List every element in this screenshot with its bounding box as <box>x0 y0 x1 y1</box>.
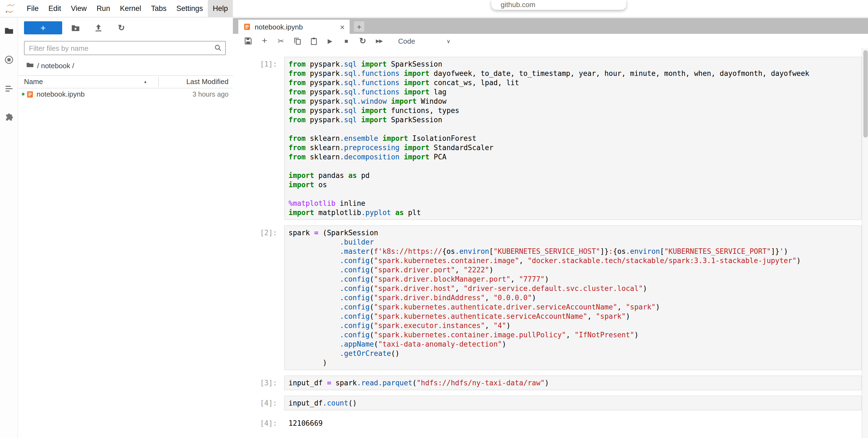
code-editor[interactable]: from pyspark.sql import SparkSession fro… <box>284 57 862 220</box>
jupyter-logo-icon <box>5 3 15 13</box>
cell-prompt: [4]: <box>233 416 284 428</box>
file-list: notebook.ipynb3 hours ago <box>18 88 233 101</box>
menu-item-help[interactable]: Help <box>208 0 233 17</box>
new-tab-button[interactable]: + <box>354 21 364 32</box>
tab-bar: notebook.ipynb × + <box>233 18 868 34</box>
cell-prompt: [3]: <box>233 376 284 387</box>
copy-cells-icon[interactable] <box>291 35 303 47</box>
plus-icon: + <box>40 23 46 32</box>
notebook-area: [1]:from pyspark.sql import SparkSession… <box>233 48 868 438</box>
search-icon <box>214 43 222 52</box>
restart-kernel-icon[interactable]: ↻ <box>357 35 369 47</box>
cell-output: 12106669 <box>284 416 862 428</box>
cell-type-dropdown[interactable]: Code ∨ <box>396 37 453 45</box>
menu-item-edit[interactable]: Edit <box>43 0 66 17</box>
notebook-cells: [1]:from pyspark.sql import SparkSession… <box>233 57 868 428</box>
scrollbar-thumb[interactable] <box>863 50 867 138</box>
file-last-modified: 3 hours ago <box>192 88 228 101</box>
close-tab-icon[interactable]: × <box>340 23 345 31</box>
notebook-code-cell: [4]:input_df.count() <box>233 396 868 410</box>
interrupt-kernel-icon[interactable]: ■ <box>340 35 352 47</box>
running-kernels-icon[interactable] <box>4 55 13 64</box>
column-header-modified[interactable]: Last Modified <box>186 76 228 88</box>
tab-title: notebook.ipynb <box>255 23 303 31</box>
file-list-header: Name ▲ Last Modified <box>18 75 233 88</box>
code-editor[interactable]: spark = (SparkSession .builder .master(f… <box>284 226 862 370</box>
jupyterlab-app: FileEditViewRunKernelTabsSettingsHelp gi… <box>0 0 868 438</box>
browser-popup: github.com <box>491 0 626 10</box>
menu-item-settings[interactable]: Settings <box>172 0 208 17</box>
file-browser-panel: + ↻ / notebook / Name ▲ Las <box>18 17 233 438</box>
insert-cell-icon[interactable]: + <box>258 35 271 47</box>
new-launcher-button[interactable]: + <box>24 21 62 34</box>
code-editor[interactable]: input_df.count() <box>284 396 862 410</box>
cell-type-value: Code <box>398 37 415 45</box>
chevron-down-icon: ∨ <box>446 38 451 44</box>
main-area: notebook.ipynb × + + ✂ ▶ ■ ↻ ▶▶ Code ∨ <box>233 18 868 438</box>
cell-prompt: [2]: <box>233 226 284 237</box>
breadcrumb-path: / notebook / <box>37 62 74 70</box>
file-modified-dot-icon <box>22 93 25 95</box>
column-header-name[interactable]: Name <box>24 76 43 88</box>
filter-box <box>24 41 226 55</box>
restart-run-all-icon[interactable]: ▶▶ <box>373 35 385 47</box>
cell-prompt: [4]: <box>233 396 284 408</box>
sort-ascending-icon: ▲ <box>144 76 147 88</box>
column-divider <box>158 77 159 87</box>
cut-cells-icon[interactable]: ✂ <box>275 35 287 47</box>
file-row[interactable]: notebook.ipynb3 hours ago <box>18 88 233 101</box>
notebook-code-cell: [3]:input_df = spark.read.parquet("hdfs:… <box>233 376 868 390</box>
run-cell-icon[interactable]: ▶ <box>324 35 336 47</box>
folder-icon <box>26 61 34 70</box>
menu-item-file[interactable]: File <box>22 0 43 17</box>
notebook-code-cell: [2]:spark = (SparkSession .builder .mast… <box>233 226 868 370</box>
file-name: notebook.ipynb <box>36 88 85 101</box>
refresh-icon[interactable]: ↻ <box>117 23 126 32</box>
new-folder-icon[interactable] <box>71 23 80 32</box>
table-of-contents-icon[interactable] <box>4 84 13 93</box>
notebook-code-cell: [1]:from pyspark.sql import SparkSession… <box>233 57 868 220</box>
left-activity-bar <box>0 17 18 438</box>
popup-text: github.com <box>501 1 535 9</box>
menu-items: FileEditViewRunKernelTabsSettingsHelp <box>22 0 233 17</box>
menu-item-tabs[interactable]: Tabs <box>146 0 172 17</box>
tab-notebook[interactable]: notebook.ipynb × <box>238 20 350 34</box>
notebook-output: [4]:12106669 <box>233 416 868 428</box>
menu-item-view[interactable]: View <box>66 0 92 17</box>
paste-cells-icon[interactable] <box>308 35 319 47</box>
notebook-file-icon <box>243 23 251 31</box>
file-browser-icon[interactable] <box>4 26 13 35</box>
scale-wrapper: FileEditViewRunKernelTabsSettingsHelp gi… <box>0 0 868 438</box>
menu-bar: FileEditViewRunKernelTabsSettingsHelp <box>0 0 868 18</box>
file-browser-toolbar: + ↻ <box>18 21 233 35</box>
upload-icon[interactable] <box>94 23 103 32</box>
save-icon[interactable] <box>242 35 254 47</box>
notebook-toolbar: + ✂ ▶ ■ ↻ ▶▶ Code ∨ <box>233 34 868 49</box>
menu-item-kernel[interactable]: Kernel <box>115 0 146 17</box>
breadcrumb[interactable]: / notebook / <box>26 61 74 70</box>
vertical-scrollbar <box>862 48 868 438</box>
menu-item-run[interactable]: Run <box>92 0 115 17</box>
extension-manager-icon[interactable] <box>4 113 13 122</box>
filter-files-input[interactable] <box>24 41 226 55</box>
code-editor[interactable]: input_df = spark.read.parquet("hdfs://hd… <box>284 376 862 390</box>
cell-prompt: [1]: <box>233 57 284 69</box>
notebook-file-icon <box>26 91 34 98</box>
